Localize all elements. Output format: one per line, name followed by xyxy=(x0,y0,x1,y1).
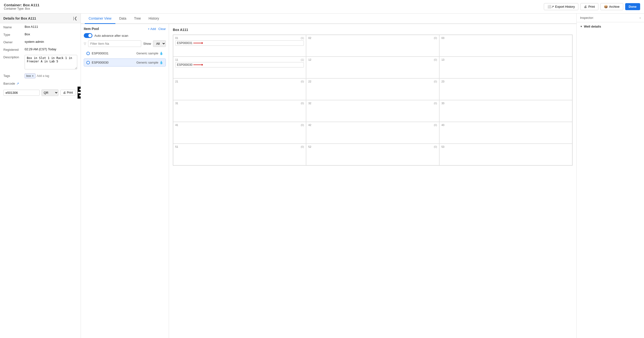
export-history-button[interactable]: ⬜↗ Export History xyxy=(544,3,578,10)
grid-cell-21[interactable]: 21 (0) xyxy=(173,78,306,100)
print-button[interactable]: 🖨 Print xyxy=(580,3,598,10)
cell-count: (0) xyxy=(301,145,304,148)
archive-icon: 📦 xyxy=(604,5,608,9)
grid-cell-51[interactable]: 51 (0) xyxy=(173,144,306,165)
box-grid-title: Box A111 xyxy=(173,28,572,32)
content-area: Item Pool + Add Clear Auto advance after… xyxy=(81,24,576,338)
item-type-label: Generic sample xyxy=(136,61,158,64)
cell-count: (0) xyxy=(301,123,304,126)
grid-cell-01[interactable]: 01 (1) ESP000031 xyxy=(173,35,306,57)
tab-history[interactable]: History xyxy=(145,14,163,24)
clear-items-button[interactable]: Clear xyxy=(158,27,166,31)
grid-cell-02[interactable]: 02 (0) xyxy=(306,35,439,57)
item-status-circle xyxy=(86,52,90,55)
grid-cell-11[interactable]: 11 (1) ESP000030 xyxy=(173,57,306,78)
tab-tree[interactable]: Tree xyxy=(130,14,144,24)
list-item[interactable]: ESP000030 Generic sample 💧 xyxy=(84,59,166,67)
grid-cell-52[interactable]: 52 (0) xyxy=(306,144,439,165)
tags-label: Tags xyxy=(4,74,23,78)
filter-icon: ▽ xyxy=(84,42,86,46)
barcode-link-icon[interactable]: ↗ xyxy=(16,82,19,85)
cell-label: 03 xyxy=(442,37,444,39)
container-title: Container: Box A111 xyxy=(4,3,39,7)
left-panel: Details for Box A111 |❮ Name Box A111 Ty… xyxy=(0,14,81,338)
cell-label: 12 xyxy=(308,58,311,61)
grid-cell-13[interactable]: 13 xyxy=(439,57,572,78)
grid-cell-23[interactable]: 23 xyxy=(439,78,572,100)
well-details-label: Well details xyxy=(584,25,601,28)
cell-count: (0) xyxy=(301,80,304,83)
done-button[interactable]: Done xyxy=(625,3,640,10)
grid-container: 01 (1) ESP000031 02 xyxy=(173,35,572,165)
app-header: Container: Box A111 Container Type: Box … xyxy=(0,0,644,14)
grid-cell-22[interactable]: 22 (0) xyxy=(306,78,439,100)
grid-cell-03[interactable]: 03 xyxy=(439,35,572,57)
filter-row: ▽ Show All xyxy=(84,40,166,47)
auto-advance-toggle[interactable] xyxy=(84,33,92,38)
list-item[interactable]: ESP000031 Generic sample 💧 xyxy=(84,49,166,57)
cell-label: 42 xyxy=(308,123,311,126)
item-pool-actions: + Add Clear xyxy=(148,27,166,31)
cell-label: 02 xyxy=(308,37,311,39)
tab-container-view[interactable]: Container View xyxy=(85,14,116,24)
cell-count: (1) xyxy=(301,37,304,39)
inspector-label: Inspector: xyxy=(580,16,594,20)
item-list: ESP000031 Generic sample 💧 ESP000030 xyxy=(84,49,166,67)
export-icon: ⬜↗ xyxy=(548,5,554,9)
well-details-section: ▼ Well details xyxy=(577,22,644,31)
header-actions: ⬜↗ Export History 🖨 Print 📦 Archive Done xyxy=(544,3,640,10)
type-label: Type xyxy=(4,32,23,37)
tags-field-row: Tags box ✕ xyxy=(0,72,80,80)
name-field-row: Name Box A111 xyxy=(0,23,80,31)
tag-input[interactable] xyxy=(37,74,58,78)
grid-cell-12[interactable]: 12 (0) xyxy=(306,57,439,78)
archive-button[interactable]: 📦 Archive xyxy=(600,3,623,10)
item-id: ESP000030 xyxy=(92,61,108,64)
cell-label: 01 xyxy=(175,37,178,39)
type-value: Box xyxy=(24,32,77,36)
filter-input[interactable] xyxy=(88,40,141,47)
tag-remove-button[interactable]: ✕ xyxy=(32,74,34,78)
cell-count: (0) xyxy=(434,123,437,126)
item-pool-header: Item Pool + Add Clear xyxy=(84,27,166,31)
inspector-expand-button[interactable]: › xyxy=(640,16,640,20)
main-layout: Details for Box A111 |❮ Name Box A111 Ty… xyxy=(0,14,644,338)
grid-cell-53[interactable]: 53 xyxy=(439,144,572,165)
cell-count: (0) xyxy=(434,145,437,148)
grid-cell-32[interactable]: 32 (0) xyxy=(306,100,439,122)
grid-cell-33[interactable]: 33 xyxy=(439,100,572,122)
cell-count: (0) xyxy=(434,102,437,105)
tag-box: box ✕ xyxy=(24,74,36,78)
cell-label: 22 xyxy=(308,80,311,83)
grid-cell-31[interactable]: 31 (0) xyxy=(173,100,306,122)
collapse-panel-button[interactable]: |❮ xyxy=(73,16,77,21)
item-status-circle xyxy=(86,61,90,64)
grid-cell-43[interactable]: 43 xyxy=(439,122,572,144)
barcode-input[interactable] xyxy=(4,90,40,96)
barcode-print-button[interactable]: 🖨 Print xyxy=(60,90,76,95)
cell-label: 33 xyxy=(442,102,444,105)
red-arrow-svg xyxy=(193,42,203,45)
type-field-row: Type Box xyxy=(0,31,80,38)
description-field-row: Description Box in Slot 1 in Rack 1 in F… xyxy=(0,53,80,72)
tags-container: box ✕ xyxy=(24,74,58,78)
cell-label: 52 xyxy=(308,145,311,148)
show-select[interactable]: All xyxy=(153,40,166,47)
well-details-header[interactable]: ▼ Well details xyxy=(580,25,640,28)
owner-label: Owner xyxy=(4,40,23,44)
add-item-button[interactable]: + Add xyxy=(148,27,156,31)
tab-data[interactable]: Data xyxy=(116,14,130,24)
header-title-area: Container: Box A111 Container Type: Box xyxy=(4,3,39,11)
barcode-type-select[interactable]: QR Code128 xyxy=(42,89,58,96)
tag-label: box xyxy=(26,74,31,78)
grid-cell-41[interactable]: 41 (0) xyxy=(173,122,306,144)
owner-value: system admin xyxy=(24,40,77,44)
grid-cell-42[interactable]: 42 (0) xyxy=(306,122,439,144)
print-small-icon: 🖨 xyxy=(63,91,66,94)
qr-code xyxy=(78,87,81,99)
description-textarea[interactable]: Box in Slot 1 in Rack 1 in Freezer A in … xyxy=(24,55,77,69)
item-pool-title: Item Pool xyxy=(84,27,99,31)
cell-count: (0) xyxy=(434,80,437,83)
registered-label: Registered xyxy=(4,47,23,52)
item-id: ESP000031 xyxy=(92,52,108,55)
